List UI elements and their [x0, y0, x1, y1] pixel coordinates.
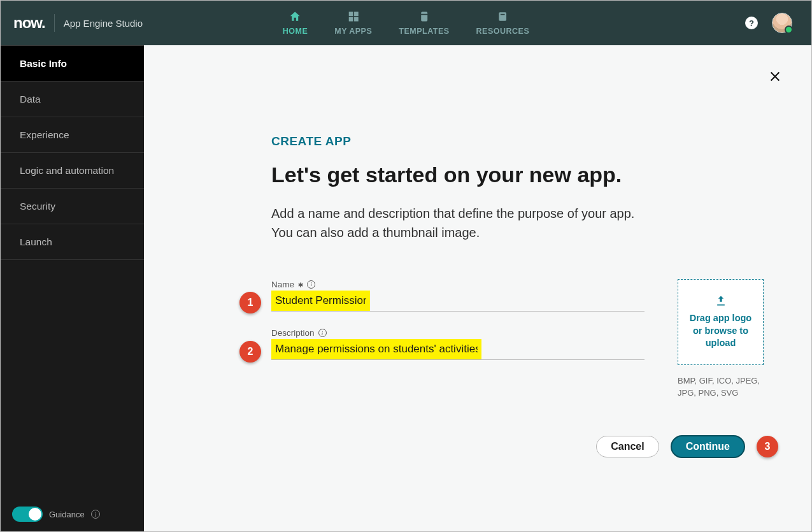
- sidebar-item-security[interactable]: Security: [1, 189, 144, 224]
- nav-home-label: HOME: [283, 27, 308, 36]
- guidance-toggle[interactable]: [12, 507, 43, 522]
- grid-icon: [347, 10, 360, 23]
- sidebar-item-experience[interactable]: Experience: [1, 117, 144, 153]
- callout-1: 1: [239, 292, 261, 313]
- upload-formats: BMP, GIF, ICO, JPEG, JPG, PNG, SVG: [678, 375, 773, 399]
- nav-templates[interactable]: TEMPLATES: [399, 1, 449, 45]
- help-icon[interactable]: ?: [745, 17, 758, 29]
- guidance-label: Guidance: [49, 510, 85, 519]
- description-input[interactable]: [271, 339, 481, 359]
- nav-templates-label: TEMPLATES: [399, 27, 449, 36]
- info-icon[interactable]: i: [91, 510, 100, 519]
- close-icon: [768, 69, 782, 83]
- top-header: now. App Engine Studio HOME MY APPS TEMP…: [1, 1, 811, 45]
- avatar[interactable]: [772, 13, 792, 33]
- svg-rect-1: [354, 12, 359, 17]
- page-lead: Add a name and description that define t…: [271, 204, 679, 242]
- sidebar-item-logic[interactable]: Logic and automation: [1, 153, 144, 189]
- close-button[interactable]: [768, 69, 782, 86]
- svg-rect-3: [354, 17, 359, 22]
- eyebrow: CREATE APP: [271, 134, 773, 148]
- lead-line1: Add a name and description that define t…: [271, 206, 634, 220]
- sidebar: Basic Info Data Experience Logic and aut…: [1, 45, 144, 531]
- sidebar-item-launch[interactable]: Launch: [1, 224, 144, 260]
- home-icon: [288, 10, 301, 23]
- name-label-text: Name: [271, 280, 294, 289]
- name-label: Name ✱ i: [271, 279, 645, 289]
- lead-line2: You can also add a thumbnail image.: [271, 226, 480, 240]
- callout-2: 2: [239, 341, 261, 363]
- callout-3: 3: [757, 436, 778, 457]
- svg-rect-4: [499, 12, 507, 20]
- sidebar-item-basic-info[interactable]: Basic Info: [1, 46, 144, 82]
- svg-rect-5: [501, 14, 505, 15]
- brand-logo: now.: [13, 14, 45, 32]
- main-panel: CREATE APP Let's get started on your new…: [144, 45, 811, 531]
- cancel-button[interactable]: Cancel: [596, 436, 659, 457]
- continue-button[interactable]: Continue: [671, 435, 745, 458]
- nav-myapps-label: MY APPS: [334, 27, 372, 36]
- description-label-text: Description: [271, 328, 315, 338]
- app-title: App Engine Studio: [64, 18, 143, 29]
- dropzone-line3: upload: [706, 338, 736, 348]
- required-indicator: ✱: [298, 279, 303, 289]
- dropzone-line1: Drag app logo: [690, 313, 751, 323]
- logo-dropzone[interactable]: Drag app logoor browse toupload: [678, 279, 764, 365]
- nav-resources-label: RESOURCES: [476, 27, 530, 36]
- info-icon[interactable]: i: [318, 329, 327, 337]
- upload-icon: [715, 294, 727, 307]
- resources-icon: [496, 10, 509, 23]
- info-icon[interactable]: i: [307, 280, 315, 289]
- brand-separator: [54, 14, 55, 32]
- nav-myapps[interactable]: MY APPS: [334, 1, 372, 45]
- page-title: Let's get started on your new app.: [271, 162, 773, 187]
- svg-rect-2: [348, 17, 353, 22]
- sidebar-item-data[interactable]: Data: [1, 82, 144, 117]
- name-input[interactable]: [271, 291, 370, 311]
- dropzone-line2: or browse to: [693, 326, 748, 336]
- top-nav: HOME MY APPS TEMPLATES RESOURCES: [283, 1, 530, 45]
- nav-resources[interactable]: RESOURCES: [476, 1, 530, 45]
- templates-icon: [418, 10, 431, 23]
- description-field-group: 2 Description i: [271, 328, 645, 360]
- svg-rect-0: [348, 12, 353, 17]
- description-label: Description i: [271, 328, 645, 338]
- name-field-group: 1 Name ✱ i: [271, 279, 645, 312]
- nav-home[interactable]: HOME: [283, 1, 308, 45]
